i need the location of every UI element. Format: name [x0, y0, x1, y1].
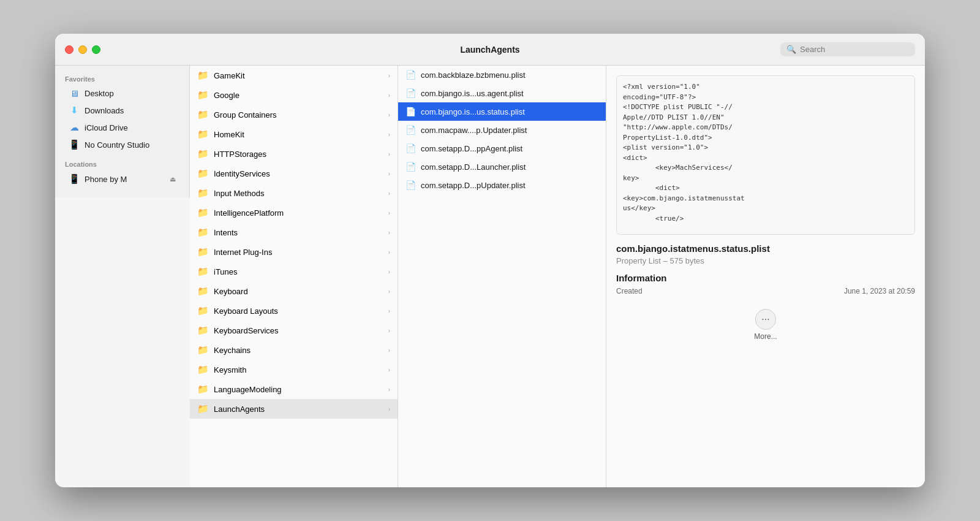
folder-httpstorages[interactable]: 📁 HTTPStorages › — [190, 144, 398, 164]
folder-icon: 📁 — [197, 246, 209, 257]
folder-icon: 📁 — [197, 109, 209, 120]
search-icon: 🔍 — [786, 45, 796, 54]
main-content: Favorites 🖥 Desktop ⬇ Downloads ☁ iCloud… — [55, 66, 925, 487]
folder-icon: 📁 — [197, 168, 209, 179]
folder-internetplugins[interactable]: 📁 Internet Plug-Ins › — [190, 242, 398, 262]
created-value: June 1, 2023 at 20:59 — [844, 287, 915, 295]
folder-icon: 📁 — [197, 403, 209, 414]
file-setapp3[interactable]: 📄 com.setapp.D...pUpdater.plist — [398, 176, 606, 194]
folder-inputmethods[interactable]: 📁 Input Methods › — [190, 183, 398, 203]
folder-groupcontainers[interactable]: 📁 Group Containers › — [190, 105, 398, 124]
icloud-icon: ☁ — [69, 122, 80, 133]
folder-identityservices[interactable]: 📁 IdentityServices › — [190, 164, 398, 183]
maximize-button[interactable] — [92, 45, 100, 54]
eject-icon[interactable]: ⏏ — [170, 175, 176, 183]
file-backblaze[interactable]: 📄 com.backblaze.bzbmenu.plist — [398, 66, 606, 84]
sidebar-item-phone[interactable]: 📱 Phone by M ⏏ — [59, 170, 186, 188]
folder-icon: 📁 — [197, 325, 209, 336]
folder-icon: 📁 — [197, 286, 209, 297]
file-bjango1[interactable]: 📄 com.bjango.is...us.agent.plist — [398, 84, 606, 102]
plist-icon: 📄 — [405, 143, 416, 153]
plist-icon: 📄 — [405, 88, 416, 98]
folder-keychains[interactable]: 📁 Keychains › — [190, 340, 398, 360]
sidebar-phone-label: Phone by M — [85, 175, 127, 184]
folder-icon: 📁 — [197, 207, 209, 218]
folder-keyboardlayouts[interactable]: 📁 Keyboard Layouts › — [190, 301, 398, 321]
more-circle-icon[interactable]: ··· — [755, 309, 776, 330]
folder-icon: 📁 — [197, 148, 209, 159]
file-setapp2[interactable]: 📄 com.setapp.D...Launcher.plist — [398, 158, 606, 176]
folder-launchagents[interactable]: 📁 LaunchAgents › — [190, 399, 398, 419]
search-bar[interactable]: 🔍 — [780, 42, 915, 56]
file-bjango2[interactable]: 📄 com.bjango.is...us.status.plist — [398, 102, 606, 121]
preview-info-created: Created June 1, 2023 at 20:59 — [616, 287, 915, 295]
plist-icon: 📄 — [405, 180, 416, 190]
minimize-button[interactable] — [78, 45, 87, 54]
sidebar-desktop-label: Desktop — [85, 89, 114, 98]
locations-section: Locations 📱 Phone by M ⏏ — [55, 161, 189, 188]
window-title: LaunchAgents — [460, 45, 519, 55]
sidebar-icloud-label: iCloud Drive — [85, 123, 128, 132]
preview-panel: <?xml version="1.0" encoding="UTF-8"?> <… — [606, 66, 925, 487]
folder-intents[interactable]: 📁 Intents › — [190, 222, 398, 242]
titlebar: LaunchAgents 🔍 — [55, 34, 925, 66]
desktop-icon: 🖥 — [69, 88, 80, 99]
folder-homekit[interactable]: 📁 HomeKit › — [190, 124, 398, 144]
folder-google[interactable]: 📁 Google › — [190, 85, 398, 105]
preview-section-title: Information — [616, 273, 915, 283]
preview-subtext: Property List – 575 bytes — [616, 256, 915, 265]
sidebar: Favorites 🖥 Desktop ⬇ Downloads ☁ iCloud… — [55, 66, 190, 487]
folder-icon: 📁 — [197, 227, 209, 238]
folder-icon: 📁 — [197, 266, 209, 277]
sidebar-item-icloud[interactable]: ☁ iCloud Drive — [59, 119, 186, 136]
sidebar-item-desktop[interactable]: 🖥 Desktop — [59, 85, 186, 102]
folder-icon: 📁 — [197, 89, 209, 101]
more-label: More... — [754, 332, 777, 341]
plist-icon: 📄 — [405, 162, 416, 172]
folder-itunes[interactable]: 📁 iTunes › — [190, 262, 398, 281]
created-label: Created — [616, 287, 643, 295]
folder-intelligenceplatform[interactable]: 📁 IntelligencePlatform › — [190, 203, 398, 222]
folder-icon: 📁 — [197, 364, 209, 375]
favorites-label: Favorites — [55, 75, 189, 83]
folder-languagemodeling[interactable]: 📁 LanguageModeling › — [190, 379, 398, 399]
folder-gamekit[interactable]: 📁 GameKit › — [190, 66, 398, 85]
traffic-lights — [65, 45, 100, 54]
locations-label: Locations — [55, 161, 189, 168]
more-button[interactable]: ··· More... — [616, 303, 915, 347]
folder-icon: 📁 — [197, 188, 209, 199]
finder-window: LaunchAgents 🔍 Favorites 🖥 Desktop ⬇ Dow… — [55, 34, 925, 487]
preview-code: <?xml version="1.0" encoding="UTF-8"?> <… — [616, 75, 915, 235]
sidebar-downloads-label: Downloads — [85, 106, 124, 115]
search-input[interactable] — [800, 45, 909, 54]
column-2: 📄 com.backblaze.bzbmenu.plist 📄 com.bjan… — [398, 66, 606, 487]
file-setapp1[interactable]: 📄 com.setapp.D...ppAgent.plist — [398, 139, 606, 158]
folder-icon: 📁 — [197, 344, 209, 356]
downloads-icon: ⬇ — [69, 105, 80, 116]
column-1: 📁 GameKit › 📁 Google › 📁 Group Container… — [190, 66, 398, 487]
plist-icon: 📄 — [405, 107, 416, 116]
sidebar-item-downloads[interactable]: ⬇ Downloads — [59, 102, 186, 119]
plist-icon: 📄 — [405, 70, 416, 80]
folder-icon: 📁 — [197, 70, 209, 81]
folder-icon: 📁 — [197, 129, 209, 140]
folder-keyboardservices[interactable]: 📁 KeyboardServices › — [190, 321, 398, 340]
file-macpaw[interactable]: 📄 com.macpaw....p.Updater.plist — [398, 121, 606, 139]
folder-icon: 📁 — [197, 305, 209, 316]
folder-icon: 📁 — [197, 384, 209, 395]
file-columns: 📁 GameKit › 📁 Google › 📁 Group Container… — [190, 66, 925, 487]
preview-filename: com.bjango.istatmenus.status.plist — [616, 243, 915, 254]
folder-keyboard[interactable]: 📁 Keyboard › — [190, 281, 398, 301]
phone-icon: 📱 — [69, 173, 80, 184]
sidebar-scroll: Favorites 🖥 Desktop ⬇ Downloads ☁ iCloud… — [55, 66, 190, 197]
sidebar-item-nocountry[interactable]: 📱 No Country Studio — [59, 136, 186, 153]
plist-icon: 📄 — [405, 125, 416, 135]
nocountry-icon: 📱 — [69, 139, 80, 150]
close-button[interactable] — [65, 45, 74, 54]
sidebar-nocountry-label: No Country Studio — [85, 140, 149, 150]
folder-keysmith[interactable]: 📁 Keysmith › — [190, 360, 398, 379]
